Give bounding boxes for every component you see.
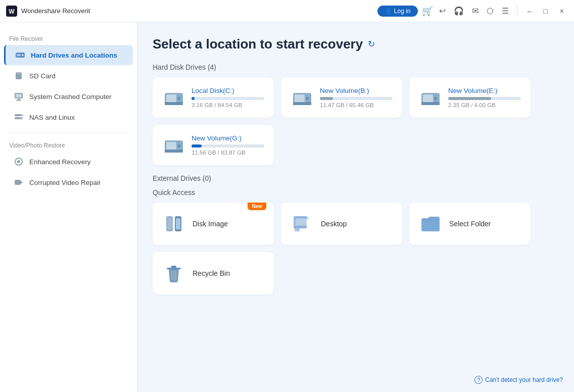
- svg-rect-12: [16, 100, 21, 101]
- titlebar-left: W Wondershare Recoverit: [6, 6, 90, 17]
- login-label: Log in: [394, 8, 411, 15]
- drive-e-bar-bg: [448, 97, 521, 100]
- svg-rect-44: [294, 226, 307, 228]
- hard-drives-icon: [15, 50, 26, 61]
- app-body: File Recover Hard Drives and Locations S…: [0, 22, 574, 392]
- drive-card-e-inner: New Volume(E:) 2.35 GB / 4.00 GB: [419, 86, 521, 109]
- svg-rect-28: [293, 102, 311, 105]
- drive-g-size: 11.56 GB / 83.87 GB: [192, 150, 264, 156]
- drive-c-name: Local Disk(C:): [192, 87, 264, 94]
- titlebar-divider: [517, 6, 517, 16]
- sidebar-item-corrupted-video[interactable]: Corrupted Video Repair: [4, 172, 133, 192]
- close-button[interactable]: ×: [556, 0, 568, 22]
- sidebar-item-hard-drives-label: Hard Drives and Locations: [31, 52, 117, 59]
- svg-rect-45: [295, 228, 300, 231]
- svg-rect-30: [423, 94, 433, 103]
- svg-point-23: [177, 97, 180, 100]
- new-badge: New: [248, 203, 266, 210]
- sidebar-item-nas-linux[interactable]: NAS and Linux: [4, 107, 133, 127]
- svg-point-35: [177, 144, 180, 148]
- app-title: Wondershare Recoverit: [21, 7, 90, 15]
- svg-rect-43: [296, 218, 307, 225]
- drive-card-b-inner: New Volume(B:) 11.47 GB / 65.46 GB: [291, 86, 393, 109]
- svg-rect-36: [165, 150, 183, 153]
- drive-card-b[interactable]: New Volume(B:) 11.47 GB / 65.46 GB: [281, 77, 402, 118]
- svg-rect-7: [18, 72, 19, 74]
- sidebar-item-enhanced-recovery[interactable]: Enhanced Recovery: [4, 152, 133, 172]
- detect-link-text: Can't detect your hard drive?: [485, 376, 563, 383]
- svg-text:W: W: [9, 8, 15, 15]
- qa-card-recycle-bin[interactable]: Recycle Bin: [153, 252, 274, 295]
- select-folder-label: Select Folder: [449, 220, 491, 228]
- drive-e-size: 2.35 GB / 4.00 GB: [448, 102, 521, 108]
- cart-button[interactable]: 🛒: [422, 6, 433, 17]
- drive-card-e[interactable]: New Volume(E:) 2.35 GB / 4.00 GB: [409, 77, 531, 118]
- menu-button[interactable]: ☰: [500, 5, 511, 17]
- maximize-button[interactable]: □: [539, 0, 551, 22]
- drive-b-bar-bg: [320, 97, 393, 100]
- enhanced-recovery-icon: [13, 156, 24, 167]
- drive-c-size: 3.16 GB / 84.54 GB: [192, 102, 264, 108]
- svg-point-27: [306, 97, 309, 100]
- sidebar-item-sd-card[interactable]: SD Card: [4, 66, 133, 86]
- svg-rect-50: [171, 266, 176, 268]
- sidebar-item-system-crashed-label: System Crashed Computer: [29, 93, 112, 101]
- drive-b-size: 11.47 GB / 65.46 GB: [320, 102, 393, 108]
- recycle-bin-icon: [162, 262, 185, 285]
- shield-button[interactable]: ⬡: [485, 5, 496, 17]
- qa-card-disk-image[interactable]: New Disk Image: [153, 203, 274, 245]
- refresh-icon[interactable]: ↻: [368, 39, 375, 50]
- hard-drives-grid: Local Disk(C:) 3.16 GB / 84.54 GB: [153, 77, 559, 165]
- svg-marker-20: [21, 181, 23, 184]
- drive-b-name: New Volume(B:): [320, 87, 393, 94]
- drive-g-name: New Volume(G:): [192, 134, 264, 142]
- sidebar-item-system-crashed[interactable]: System Crashed Computer: [4, 86, 133, 107]
- qa-card-desktop[interactable]: Desktop: [281, 203, 402, 245]
- drive-e-name: New Volume(E:): [448, 87, 521, 94]
- svg-point-16: [21, 118, 22, 119]
- svg-point-31: [434, 97, 437, 100]
- drive-card-g[interactable]: New Volume(G:) 11.56 GB / 83.87 GB: [153, 125, 274, 165]
- svg-rect-40: [176, 218, 180, 229]
- drive-c-info: Local Disk(C:) 3.16 GB / 84.54 GB: [192, 87, 264, 108]
- svg-rect-39: [167, 218, 172, 229]
- quick-access-section-label: Quick Access: [153, 188, 559, 197]
- drive-e-info: New Volume(E:) 2.35 GB / 4.00 GB: [448, 87, 521, 108]
- svg-rect-32: [421, 102, 440, 105]
- minimize-button[interactable]: –: [523, 0, 536, 22]
- svg-point-18: [17, 160, 20, 163]
- drive-e-bar: [448, 97, 491, 100]
- disk-image-icon: [162, 212, 185, 235]
- mail-button[interactable]: ✉: [470, 5, 481, 17]
- sidebar-file-recover-label: File Recover: [0, 31, 137, 44]
- login-button[interactable]: 👤 Log in: [377, 6, 418, 17]
- qa-card-select-folder[interactable]: Select Folder: [409, 203, 531, 245]
- svg-rect-6: [17, 72, 18, 74]
- headset-button[interactable]: 🎧: [452, 5, 466, 17]
- sidebar-item-sd-card-label: SD Card: [29, 72, 56, 80]
- external-drives-section-label: External Drives (0): [153, 174, 559, 182]
- sidebar-item-nas-linux-label: NAS and Linux: [29, 114, 75, 121]
- drive-e-icon: [419, 86, 442, 109]
- svg-rect-24: [165, 102, 183, 105]
- drive-card-c[interactable]: Local Disk(C:) 3.16 GB / 84.54 GB: [153, 77, 274, 118]
- feedback-button[interactable]: ↩: [437, 5, 448, 17]
- svg-rect-34: [166, 142, 176, 150]
- svg-rect-10: [16, 94, 22, 97]
- drive-c-icon: [162, 86, 185, 109]
- question-circle-icon: ?: [474, 376, 483, 384]
- svg-point-3: [22, 55, 24, 56]
- drive-card-g-inner: New Volume(G:) 11.56 GB / 83.87 GB: [162, 133, 264, 157]
- svg-rect-4: [17, 54, 21, 56]
- disk-image-label: Disk Image: [193, 220, 228, 228]
- sidebar-item-enhanced-recovery-label: Enhanced Recovery: [29, 158, 91, 166]
- svg-point-15: [21, 115, 22, 116]
- sidebar-item-hard-drives[interactable]: Hard Drives and Locations: [4, 45, 133, 65]
- drive-c-bar: [192, 97, 195, 100]
- select-folder-icon: [419, 212, 442, 235]
- drive-b-icon: [291, 86, 314, 109]
- svg-rect-11: [17, 99, 20, 100]
- drive-card-c-inner: Local Disk(C:) 3.16 GB / 84.54 GB: [162, 86, 264, 109]
- titlebar: W Wondershare Recoverit 👤 Log in 🛒 ↩ 🎧 ✉…: [0, 0, 574, 22]
- detect-hard-drive-link[interactable]: ? Can't detect your hard drive?: [474, 376, 563, 384]
